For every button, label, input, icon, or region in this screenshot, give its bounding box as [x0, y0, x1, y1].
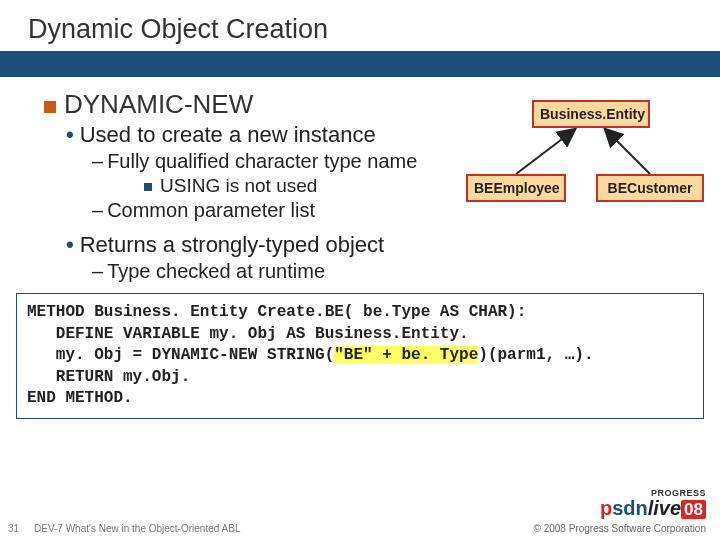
node-business-entity: Business.Entity [532, 100, 650, 128]
title-underline-bar [0, 51, 720, 77]
bullet-common-param: –Common parameter list [92, 199, 710, 222]
bullet-returns-strongly-typed: •Returns a strongly-typed object [66, 232, 710, 258]
slide-title: Dynamic Object Creation [28, 14, 720, 45]
node-becustomer: BECustomer [596, 174, 704, 202]
bullet-fully-qualified: –Fully qualified character type name [92, 150, 710, 173]
footer-session-title: DEV-7 What's New in the Object-Oriented … [34, 523, 534, 534]
code-sample: METHOD Business. Entity Create.BE( be.Ty… [16, 293, 704, 419]
footer-copyright: © 2008 Progress Software Corporation [534, 523, 706, 534]
heading-dynamic-new: DYNAMIC-NEW [64, 89, 253, 120]
slide-footer: 31 DEV-7 What's New in the Object-Orient… [0, 523, 720, 534]
psdn-logo: PROGRESS psdnlive08 [600, 489, 706, 518]
bullet-square-icon [44, 101, 56, 113]
bullet-type-checked: –Type checked at runtime [92, 260, 710, 283]
slide-number: 31 [8, 523, 34, 534]
node-beemployee: BEEmployee [466, 174, 566, 202]
